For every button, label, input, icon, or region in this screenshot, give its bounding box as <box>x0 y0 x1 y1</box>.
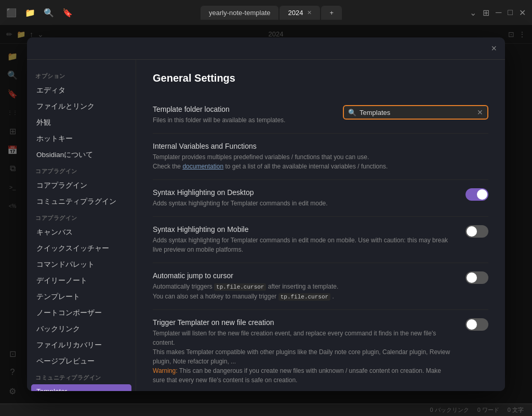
toggle-knob <box>467 272 477 283</box>
modal-overlay: × オプション エディタ ファイルとリンク 外観 ホットキー Obsidianに… <box>0 25 532 404</box>
tab-2024[interactable]: 2024 ✕ <box>280 6 320 20</box>
setting-row-trigger-new-file: Trigger Templater on new file creation T… <box>153 310 488 391</box>
setting-name-auto-jump: Automatic jump to cursor <box>153 271 453 280</box>
settings-item-note-composer[interactable]: ノートコンポーザー <box>31 305 131 321</box>
toggle-syntax-desktop[interactable] <box>466 188 488 201</box>
settings-content: General Settings Template folder locatio… <box>136 60 505 391</box>
status-backlinks: 0 バックリンク <box>430 406 469 414</box>
setting-info-trigger-new-file: Trigger Templater on new file creation T… <box>153 318 453 385</box>
code-tp-file-cursor-2: tp.file.cursor <box>278 293 330 301</box>
settings-item-templater[interactable]: Templater <box>31 384 131 391</box>
sidebar-toggle-icon[interactable]: ⬛ <box>6 8 17 18</box>
window-controls-right: ⌄ ⊞ ─ □ ✕ <box>470 8 526 18</box>
settings-item-editor[interactable]: エディタ <box>31 83 131 98</box>
settings-item-about[interactable]: Obsidianについて <box>31 147 131 163</box>
settings-item-hotkeys[interactable]: ホットキー <box>31 131 131 147</box>
setting-name-trigger-new-file: Trigger Templater on new file creation <box>153 318 453 327</box>
settings-item-canvas[interactable]: キャンバス <box>31 225 131 240</box>
setting-control-template-folder: 🔍 ✕ <box>343 105 488 120</box>
settings-item-file-recovery[interactable]: ファイルリカバリー <box>31 337 131 353</box>
title-bar: ⬛ 📁 🔍 🔖 yearly-note-template 2024 ✕ + ⌄ … <box>0 0 532 25</box>
window-controls-left: ⬛ 📁 🔍 🔖 <box>6 8 73 18</box>
template-folder-input-wrapper[interactable]: 🔍 ✕ <box>343 105 488 120</box>
status-bar: 0 バックリンク 0 ワード 0 文字 <box>0 404 532 416</box>
desc-text-suffix: to get a list of all the available inter… <box>225 163 388 170</box>
settings-item-daily-note[interactable]: デイリーノート <box>31 273 131 289</box>
section-label-options: オプション <box>31 68 131 82</box>
toggle-knob <box>467 226 477 237</box>
setting-info-internal-variables: Internal Variables and Functions Templat… <box>153 142 488 171</box>
modal-close-button[interactable]: × <box>491 44 497 53</box>
settings-item-backlinks[interactable]: バックリンク <box>31 321 131 337</box>
template-folder-input[interactable] <box>360 109 474 116</box>
settings-item-core-plugins[interactable]: コアプラグイン <box>31 178 131 193</box>
section-label-core2: コアプラグイン <box>31 210 131 224</box>
file-explorer-icon[interactable]: 📁 <box>25 8 35 18</box>
settings-item-files-links[interactable]: ファイルとリンク <box>31 99 131 114</box>
section-label-core-plugins: コアプラグイン <box>31 163 131 177</box>
desc-trigger-prefix: Templater will listen for the new file c… <box>153 330 450 365</box>
setting-info-template-folder: Template folder location Files in this f… <box>153 105 330 125</box>
search-bar-icon[interactable]: 🔍 <box>44 8 54 18</box>
settings-item-appearance[interactable]: 外観 <box>31 115 131 131</box>
modal-body: オプション エディタ ファイルとリンク 外観 ホットキー Obsidianについ… <box>27 60 505 391</box>
setting-control-syntax-mobile[interactable] <box>466 225 488 238</box>
toggle-knob <box>467 319 477 330</box>
setting-desc-auto-jump: Automatically triggers tp.file.cursor af… <box>153 282 453 301</box>
desc-suffix-auto-jump: . <box>332 293 334 300</box>
tab-yearly-note-template[interactable]: yearly-note-template <box>201 6 279 20</box>
tab-label: yearly-note-template <box>209 9 271 17</box>
tab-area: yearly-note-template 2024 ✕ + <box>77 6 466 20</box>
setting-control-syntax-desktop[interactable] <box>466 188 488 201</box>
settings-item-community-plugins-nav[interactable]: コミュニティプラグイン <box>31 194 131 210</box>
settings-sidebar: オプション エディタ ファイルとリンク 外観 ホットキー Obsidianについ… <box>27 60 136 391</box>
modal-header: × <box>27 37 505 60</box>
settings-item-template[interactable]: テンプレート <box>31 289 131 305</box>
setting-info-syntax-desktop: Syntax Highlighting on Desktop Adds synt… <box>153 188 453 208</box>
setting-info-auto-jump: Automatic jump to cursor Automatically t… <box>153 271 453 301</box>
dropdown-icon[interactable]: ⌄ <box>470 8 476 18</box>
section-label-community: コミュニティプラグイン <box>31 370 131 384</box>
toggle-auto-jump[interactable] <box>466 271 488 284</box>
setting-desc-internal-variables: Templater provides multiples predefined … <box>153 152 488 171</box>
settings-item-quick-switcher[interactable]: クイックスイッチャー <box>31 241 131 256</box>
setting-name-internal-variables: Internal Variables and Functions <box>153 142 488 150</box>
settings-item-page-preview[interactable]: ページプレビュー <box>31 354 131 369</box>
setting-control-trigger-new-file[interactable] <box>466 318 488 331</box>
setting-name-syntax-desktop: Syntax Highlighting on Desktop <box>153 188 453 197</box>
bookmark-bar-icon[interactable]: 🔖 <box>62 8 73 18</box>
setting-row-internal-variables: Internal Variables and Functions Templat… <box>153 134 488 180</box>
desc-trigger-warning: This can be dangerous if you create new … <box>153 367 441 384</box>
new-tab-button[interactable]: + <box>321 6 342 20</box>
settings-item-command-palette[interactable]: コマンドパレット <box>31 257 131 272</box>
setting-desc-trigger-new-file: Templater will listen for the new file c… <box>153 329 453 385</box>
maximize-icon[interactable]: □ <box>508 8 513 17</box>
toggle-syntax-mobile[interactable] <box>466 225 488 238</box>
close-window-icon[interactable]: ✕ <box>519 8 526 18</box>
desc-prefix-auto-jump: Automatically triggers <box>153 283 214 290</box>
documentation-link[interactable]: documentation <box>182 163 223 170</box>
setting-name-syntax-mobile: Syntax Highlighting on Mobile <box>153 225 453 233</box>
warning-label: Warning: <box>153 367 178 374</box>
settings-modal: × オプション エディタ ファイルとリンク 外観 ホットキー Obsidianに… <box>27 37 505 391</box>
search-field-icon: 🔍 <box>348 109 356 116</box>
setting-row-syntax-mobile: Syntax Highlighting on Mobile Adds synta… <box>153 217 488 263</box>
code-tp-file-cursor-1: tp.file.cursor <box>214 283 266 291</box>
toggle-trigger-new-file[interactable] <box>466 318 488 331</box>
setting-control-auto-jump[interactable] <box>466 271 488 284</box>
setting-row-template-folder: Template folder location Files in this f… <box>153 97 488 134</box>
minimize-icon[interactable]: ─ <box>496 8 501 17</box>
setting-desc-syntax-mobile: Adds syntax highlighting for Templater c… <box>153 236 453 254</box>
setting-desc-syntax-desktop: Adds syntax highlighting for Templater c… <box>153 199 453 208</box>
search-field-clear-icon[interactable]: ✕ <box>477 108 483 116</box>
status-chars: 0 文字 <box>508 406 524 414</box>
setting-name-template-folder: Template folder location <box>153 105 330 113</box>
setting-row-syntax-desktop: Syntax Highlighting on Desktop Adds synt… <box>153 180 488 217</box>
setting-info-syntax-mobile: Syntax Highlighting on Mobile Adds synta… <box>153 225 453 254</box>
toggle-knob <box>477 189 487 200</box>
settings-title: General Settings <box>153 72 488 84</box>
setting-row-auto-jump: Automatic jump to cursor Automatically t… <box>153 263 488 310</box>
tab-close-icon[interactable]: ✕ <box>307 9 312 16</box>
layout-icon[interactable]: ⊞ <box>483 8 489 18</box>
status-words: 0 ワード <box>477 406 499 414</box>
